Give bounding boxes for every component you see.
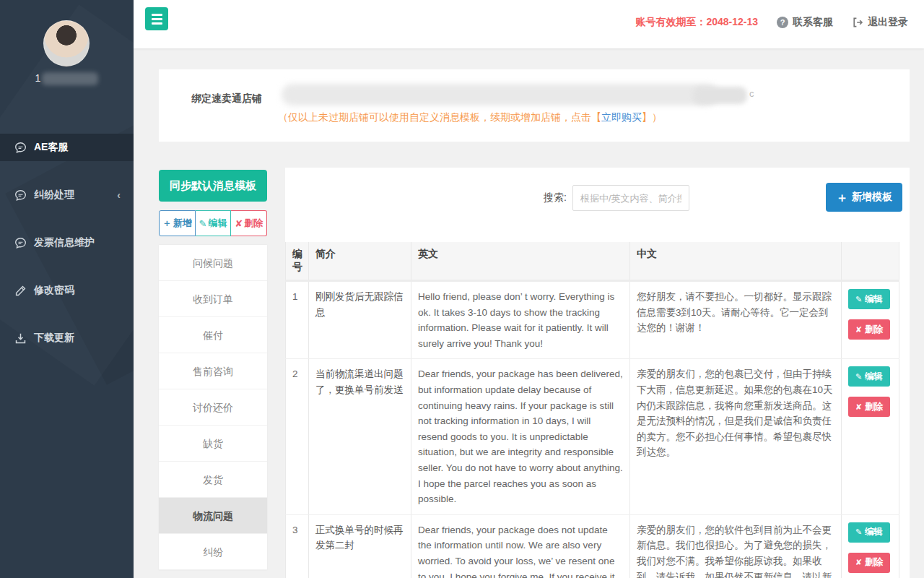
row-delete-button[interactable]: ✘删除 — [848, 319, 890, 340]
topbar: 账号有效期至：2048-12-13 ? 联系客服 退出登录 — [134, 0, 924, 48]
contact-support-link[interactable]: ? 联系客服 — [777, 16, 833, 29]
cell-actions: ✎编辑 ✘删除 — [842, 514, 899, 578]
table-row: 3 正式换单号的时候再发第二封 Dear friends, your packa… — [286, 514, 899, 578]
table-header-row: 编号 简介 英文 中文 — [286, 242, 899, 281]
search-input[interactable] — [572, 185, 689, 211]
sidebar-item-label: 发票信息维护 — [34, 236, 95, 249]
cell-english: Dear friends, your package does not upda… — [411, 514, 630, 578]
sidebar-item-label: 纠纷处理 — [34, 189, 74, 202]
edit-pencil-icon: ✎ — [855, 372, 862, 381]
search-row: 搜索: ＋新增模板 — [285, 168, 910, 242]
chat-bubble-icon — [14, 142, 27, 154]
cell-brief: 正式换单号的时候再发第二封 — [309, 514, 411, 578]
sidebar-item-dispute[interactable]: 纠纷处理 ‹ — [0, 181, 134, 209]
sidebar-item-change-password[interactable]: 修改密码 — [0, 277, 134, 304]
template-tools-column: 同步默认消息模板 ＋新增 ✎编辑 ✘删除 问候问题 收到订单 催付 售前咨询 讨… — [159, 170, 267, 570]
x-icon: ✘ — [855, 325, 862, 335]
add-template-button[interactable]: ＋新增模板 — [826, 183, 902, 212]
username-prefix: 1 — [35, 72, 41, 84]
account-validity-text: 账号有效期至：2048-12-13 — [635, 16, 758, 29]
search-group: 搜索: — [544, 185, 689, 211]
plus-icon: ＋ — [836, 189, 848, 206]
username-blurred — [42, 72, 98, 85]
x-icon: ✘ — [855, 558, 862, 567]
binding-label: 绑定速卖通店铺 — [191, 92, 278, 105]
cell-english: Dear friends, your package has been deli… — [411, 359, 630, 514]
category-item-greeting[interactable]: 问候问题 — [159, 245, 267, 281]
plus-icon: ＋ — [162, 217, 172, 230]
table-row: 1 刚刚发货后无跟踪信息 Hello friend, please don’ t… — [286, 281, 899, 359]
logout-link[interactable]: 退出登录 — [852, 16, 908, 29]
logout-icon — [852, 17, 863, 28]
header-brief: 简介 — [309, 242, 411, 281]
category-item-order-received[interactable]: 收到订单 — [159, 281, 267, 317]
sidebar-item-label: AE客服 — [34, 141, 68, 154]
edit-pencil-icon: ✎ — [199, 218, 207, 229]
cell-chinese: 亲爱的朋友们，您的包裹已交付，但由于持续下大雨，信息更新延迟。如果您的包裹在10… — [630, 359, 842, 514]
cell-chinese: 亲爱的朋友们，您的软件包到目前为止不会更新信息。我们也很担心。为了避免您的损失，… — [630, 514, 842, 578]
row-delete-button[interactable]: ✘删除 — [848, 553, 890, 573]
row-edit-button[interactable]: ✎编辑 — [848, 289, 890, 309]
cell-chinese: 您好朋友，请不要担心。一切都好。显示跟踪信息需要3到10天。请耐心等待。它一定会… — [630, 281, 842, 359]
search-label: 搜索: — [544, 191, 567, 204]
sidebar-item-download-update[interactable]: 下载更新 — [0, 324, 134, 352]
topbar-right-group: 账号有效期至：2048-12-13 ? 联系客服 退出登录 — [635, 16, 908, 29]
main-content: 绑定速卖通店铺 c （仅以上未过期店铺可以使用自定义消息模板，续期或增加店铺，点… — [134, 48, 924, 578]
avatar — [43, 20, 90, 66]
sidebar-item-ae-service[interactable]: AE客服 — [0, 134, 134, 161]
sync-default-templates-button[interactable]: 同步默认消息模板 — [159, 170, 267, 202]
category-actions-group: ＋新增 ✎编辑 ✘删除 — [159, 210, 267, 236]
category-item-payment-reminder[interactable]: 催付 — [159, 317, 267, 353]
cell-id: 1 — [286, 281, 309, 359]
sidebar-item-invoice[interactable]: 发票信息维护 — [0, 229, 134, 256]
shop-binding-card: 绑定速卖通店铺 c （仅以上未过期店铺可以使用自定义消息模板，续期或增加店铺，点… — [159, 69, 910, 142]
category-item-shipping[interactable]: 发货 — [159, 462, 267, 498]
row-delete-button[interactable]: ✘删除 — [848, 397, 890, 417]
templates-panel: 搜索: ＋新增模板 编号 简介 英文 中文 1 刚刚发货后无跟踪 — [285, 168, 910, 578]
category-edit-button[interactable]: ✎编辑 — [196, 210, 232, 236]
hamburger-menu-button[interactable] — [145, 7, 168, 30]
chat-bubble-icon — [14, 189, 27, 202]
category-item-bargain[interactable]: 讨价还价 — [159, 389, 267, 426]
x-icon: ✘ — [855, 402, 862, 412]
category-item-dispute[interactable]: 纠纷 — [159, 534, 267, 570]
edit-pencil-icon — [14, 285, 27, 297]
sidebar-item-label: 修改密码 — [34, 284, 74, 297]
sidebar-item-label: 下载更新 — [34, 332, 74, 345]
category-delete-button[interactable]: ✘删除 — [231, 210, 267, 236]
table-row: 2 当前物流渠道出问题了，更换单号前发送 Dear friends, your … — [286, 359, 899, 514]
cell-english: Hello friend, please don’ t worry. Every… — [411, 281, 630, 359]
templates-table: 编号 简介 英文 中文 1 刚刚发货后无跟踪信息 Hello friend, p… — [285, 242, 899, 578]
question-circle-icon: ? — [777, 17, 788, 28]
cell-id: 3 — [286, 514, 309, 578]
edit-pencil-icon: ✎ — [855, 527, 862, 537]
header-english: 英文 — [411, 242, 630, 281]
x-icon: ✘ — [235, 218, 243, 229]
header-chinese: 中文 — [630, 242, 842, 281]
header-id: 编号 — [286, 242, 309, 281]
category-add-button[interactable]: ＋新增 — [159, 210, 196, 236]
shop-name-blurred-2 — [693, 87, 747, 104]
row-edit-button[interactable]: ✎编辑 — [848, 366, 890, 387]
header-actions — [842, 242, 899, 281]
cell-actions: ✎编辑 ✘删除 — [842, 281, 899, 359]
cell-brief: 当前物流渠道出问题了，更换单号前发送 — [309, 359, 411, 514]
cell-actions: ✎编辑 ✘删除 — [842, 359, 899, 514]
cell-brief: 刚刚发货后无跟踪信息 — [309, 281, 411, 359]
shop-name-blurred — [282, 84, 718, 105]
hamburger-icon — [152, 14, 162, 16]
edit-pencil-icon: ✎ — [855, 295, 862, 304]
category-item-logistics[interactable]: 物流问题 — [159, 498, 267, 534]
sidebar: 1 AE客服 纠纷处理 ‹ 发票信息维护 修改密码 — [0, 0, 134, 578]
binding-notice: （仅以上未过期店铺可以使用自定义消息模板，续期或增加店铺，点击【立即购买】） — [278, 111, 662, 124]
row-edit-button[interactable]: ✎编辑 — [848, 522, 890, 543]
category-item-out-of-stock[interactable]: 缺货 — [159, 426, 267, 462]
chat-bubble-icon — [14, 237, 27, 249]
sidebar-nav: AE客服 纠纷处理 ‹ 发票信息维护 修改密码 下载更新 — [0, 134, 134, 372]
cell-id: 2 — [286, 359, 309, 514]
buy-now-link[interactable]: 立即购买 — [601, 111, 642, 123]
category-item-presale[interactable]: 售前咨询 — [159, 353, 267, 389]
category-list: 问候问题 收到订单 催付 售前咨询 讨价还价 缺货 发货 物流问题 纠纷 — [159, 245, 267, 570]
username: 1 — [0, 72, 134, 85]
download-icon — [14, 332, 27, 345]
